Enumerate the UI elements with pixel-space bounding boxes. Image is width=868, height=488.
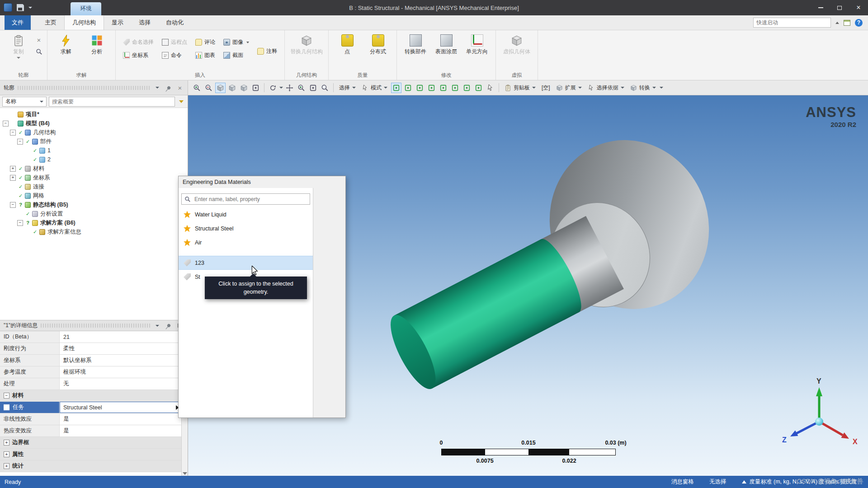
tree-item[interactable]: 部件 [0,137,188,146]
ribbon-tab[interactable]: 显示 [104,15,131,30]
context-tab-environment[interactable]: 环境 [71,2,101,15]
tree-expander-icon[interactable] [10,202,16,208]
ribbon-tab[interactable]: 选择 [131,15,158,30]
save-icon[interactable] [17,4,24,11]
zoom-out-icon[interactable] [203,83,214,93]
find-icon[interactable] [35,47,43,56]
tree-expander-icon[interactable] [3,121,9,127]
tree-item[interactable]: 连接 [0,182,188,191]
insert-button[interactable]: 图表 [192,51,218,60]
modify-button[interactable]: 单元方向 [462,32,491,56]
details-pin-icon[interactable] [165,322,173,330]
ribbon-tab[interactable]: 主页 [37,15,64,30]
help-icon[interactable] [855,19,863,27]
pan-icon[interactable] [284,83,295,93]
tree-item[interactable]: 分析设置 [0,209,188,218]
select-body-filter-icon[interactable] [426,83,437,93]
tree-item[interactable]: 项目* [0,110,188,119]
tree-expander-icon[interactable] [10,184,16,190]
tree-expander-icon[interactable] [17,139,23,145]
zoom-in-icon[interactable] [192,83,202,93]
adjacent-selection-icon[interactable] [473,83,484,93]
extend-selection-icon[interactable] [462,83,472,93]
details-row-value[interactable]: 默认坐标系 [60,355,181,366]
paste-button[interactable]: 复制 [4,32,33,59]
select-face-filter-icon[interactable] [415,83,425,93]
status-message-pane[interactable]: 消息窗格 [671,478,694,486]
mass-button[interactable]: 分布式 [363,32,392,56]
zoom-fit-icon[interactable] [320,83,330,93]
details-row[interactable]: 统计 [0,460,181,472]
select-element-filter-icon[interactable] [450,83,460,93]
quick-launch-input[interactable] [753,18,831,28]
ribbon-tab[interactable]: 几何结构 [64,15,104,30]
pin-icon[interactable] [165,84,173,92]
clipboard-dropdown[interactable]: 剪贴板 [502,84,538,92]
tree-expander-icon[interactable] [24,148,30,154]
close-panel-icon[interactable] [176,84,184,92]
tree-item[interactable]: 材料 [0,164,188,173]
tree-expander-icon[interactable] [24,229,30,235]
details-row-value[interactable]: 根据环境 [60,366,181,378]
details-row[interactable]: 刚度行为 柔性 [0,343,181,355]
model-bolt[interactable] [382,116,734,395]
details-row[interactable]: 坐标系 默认坐标系 [0,355,181,366]
select-dropdown[interactable]: 选择 [337,84,358,92]
details-row[interactable]: 边界框 [0,437,181,449]
filter-expand-icon[interactable] [179,100,184,103]
material-item[interactable]: Air [179,235,313,249]
annotation-button[interactable]: 注释 [254,47,280,56]
mode-dropdown[interactable]: 模式 [359,84,390,92]
details-row[interactable]: 属性 [0,449,181,460]
orientation-triad[interactable]: Y X Z [782,377,858,446]
tree-expander-icon[interactable] [10,130,16,136]
details-row[interactable]: 参考温度 根据环境 [0,366,181,378]
select-by-dropdown[interactable]: 选择依据 [585,84,627,92]
analysis-button[interactable]: 分析 [82,32,111,56]
toolbar-overflow-icon[interactable] [660,87,663,89]
minimize-button[interactable] [811,0,830,15]
modify-button[interactable]: 转换部件 [401,32,430,56]
insert-button[interactable]: 命名选择 [120,38,157,47]
tree-item[interactable]: 求解方案 (B6) [0,218,188,227]
details-row-value[interactable]: Structural Steel [60,402,181,413]
select-edge-filter-icon[interactable] [403,83,413,93]
tree-item[interactable]: 求解方案信息 [0,227,188,236]
materials-search[interactable] [181,193,310,205]
screenshot-icon[interactable] [250,83,261,93]
modify-button[interactable]: 表面涂层 [432,32,461,56]
details-row-value[interactable]: 是 [60,425,181,436]
insert-button[interactable]: 坐标系 [120,51,157,60]
solve-button[interactable]: 求解 [52,32,80,56]
pick-mode-icon[interactable] [485,83,495,93]
tree-expander-icon[interactable] [17,211,23,217]
filter-name-select[interactable]: 名称 [2,97,47,107]
mass-button[interactable]: 点 [333,32,362,56]
materials-search-input[interactable] [193,196,307,203]
tree-item[interactable]: 几何结构 [0,128,188,137]
details-row-value[interactable]: 柔性 [60,343,181,354]
tree-expander-icon[interactable] [10,166,16,172]
tree-item[interactable]: 2 [0,155,188,164]
details-row[interactable]: 热应变效应 是 [0,425,181,437]
details-row-value[interactable]: 21 [60,331,181,343]
details-row[interactable]: 非线性效应 是 [0,413,181,425]
material-item[interactable]: 123 [179,256,313,270]
rotate-dropdown-icon[interactable] [279,87,283,89]
tree-item[interactable]: 模型 (B4) [0,119,188,128]
extend-dropdown[interactable]: 扩展 [554,84,584,92]
ribbon-tab[interactable]: 自动化 [158,15,191,30]
details-row[interactable]: 任务 Structural Steel [0,402,181,413]
insert-button[interactable]: 命令 [159,51,190,60]
tree-item[interactable]: 坐标系 [0,173,188,182]
maximize-button[interactable] [830,0,849,15]
tree-item[interactable]: 网格 [0,191,188,200]
tree-item[interactable]: 静态结构 (B5) [0,200,188,209]
tab-file[interactable]: 文件 [5,15,31,30]
convert-dropdown[interactable]: 转换 [628,84,658,92]
material-item[interactable]: Structural Steel [179,221,313,235]
look-at-face-icon[interactable] [227,83,237,93]
tree-expander-icon[interactable] [3,112,9,117]
virtual-geometry-button[interactable]: 虚拟几何体 [500,32,533,56]
select-node-filter-icon[interactable] [438,83,448,93]
